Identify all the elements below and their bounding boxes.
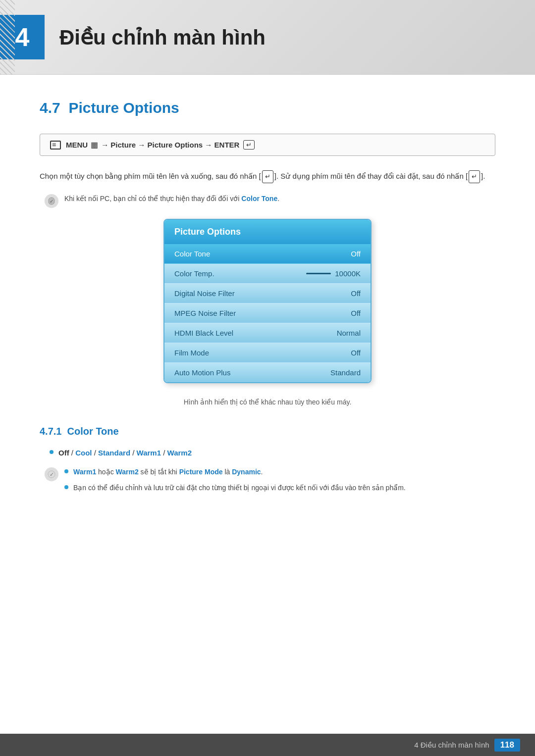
chapter-title: Điều chỉnh màn hình [59,25,266,50]
warm-note-text-1: Warm1 hoặc Warm2 sẽ bị tắt khi Picture M… [73,466,263,477]
row-label-mpeg-noise: MPEG Noise Filter [174,309,236,317]
warm1-bold: Warm1 [73,468,96,476]
option-warm2: Warm2 [167,449,192,457]
row-value-mpeg-noise: Off [351,309,361,317]
panel-title: Picture Options [174,227,241,237]
row-label-auto-motion: Auto Motion Plus [174,368,230,377]
warm-note-text-2: Bạn có thể điều chỉnh và lưu trữ cài đặt… [73,482,406,493]
panel-row-color-tone[interactable]: Color Tone Off [164,244,371,264]
footer-page-number: 118 [494,739,520,752]
svg-text:✓: ✓ [50,471,54,477]
row-value-color-tone: Off [351,250,361,258]
panel-row-auto-motion[interactable]: Auto Motion Plus Standard [164,363,371,382]
warm-note-2: Bạn có thể điều chỉnh và lưu trữ cài đặt… [64,482,406,493]
bullet-dot-warm2 [64,485,68,489]
option-warm1: Warm1 [137,449,161,457]
row-label-digital-noise: Digital Noise Filter [174,289,235,298]
enter-icon-inline-2: ↵ [469,170,480,183]
bullet-dot-1 [50,450,54,454]
menu-path-text: → Picture → Picture Options → ENTER [101,141,239,149]
menu-label: MENU [66,141,88,149]
color-tone-highlight: Color Tone [241,195,277,202]
svg-text:✓: ✓ [50,199,54,204]
panel-row-color-temp[interactable]: Color Temp. 10000K [164,264,371,284]
row-label-color-temp: Color Temp. [174,269,214,278]
chapter-number: 4 [15,22,30,52]
panel-row-film-mode[interactable]: Film Mode Off [164,343,371,363]
row-value-color-temp: 10000K [335,269,361,278]
picture-options-panel: Picture Options Color Tone Off Color Tem… [163,219,372,383]
option-standard: Standard [98,449,130,457]
warm2-bold: Warm2 [116,468,139,476]
panel-header: Picture Options [164,220,371,244]
option-cool: Cool [75,449,92,457]
color-options-list: Off / Cool / Standard / Warm1 / Warm2 [50,447,495,459]
section-title: 4.7 Picture Options [40,100,495,116]
picture-mode-bold: Picture Mode [179,468,223,476]
note-icon-warm: ✓ [45,467,58,481]
warm-notes-list: Warm1 hoặc Warm2 sẽ bị tắt khi Picture M… [64,466,406,494]
dynamic-bold: Dynamic [232,468,261,476]
panel-row-digital-noise[interactable]: Digital Noise Filter Off [164,284,371,303]
page-footer: 4 Điều chỉnh màn hình 118 [0,734,535,756]
note-block-warm: ✓ Warm1 hoặc Warm2 sẽ bị tắt khi Picture… [45,466,495,501]
note-block-1: ✓ Khi kết nối PC, bạn chỉ có thể thực hi… [45,193,495,208]
menu-path-bar: MENU ▦ → Picture → Picture Options → ENT… [40,134,495,156]
panel-row-mpeg-noise[interactable]: MPEG Noise Filter Off [164,303,371,323]
row-value-digital-noise: Off [351,289,361,298]
row-value-auto-motion: Standard [330,368,361,377]
row-label-hdmi-black: HDMI Black Level [174,329,233,337]
chapter-header: 4 Điều chỉnh màn hình [0,0,535,75]
note-warm-content: Warm1 hoặc Warm2 sẽ bị tắt khi Picture M… [64,466,406,501]
body-paragraph-1: Chọn một tùy chọn bằng phím mũi tên lên … [40,170,495,183]
row-value-hdmi-black: Normal [337,329,361,337]
subsection-title: 4.7.1 Color Tone [40,426,495,437]
row-value-film-mode: Off [351,349,361,357]
note-text-1: Khi kết nối PC, bạn chỉ có thể thực hiện… [64,193,279,204]
enter-icon: ↵ [243,140,255,150]
footer-chapter-text: 4 Điều chỉnh màn hình [414,741,489,750]
warm-note-1: Warm1 hoặc Warm2 sẽ bị tắt khi Picture M… [64,466,406,477]
note-icon-1: ✓ [45,194,58,208]
main-content: 4.7 Picture Options MENU ▦ → Picture → P… [0,75,535,756]
menu-icon [50,141,61,150]
bullet-dot-warm1 [64,469,68,473]
panel-caption: Hình ảnh hiển thị có thể khác nhau tùy t… [40,398,495,406]
row-label-color-tone: Color Tone [174,250,210,258]
enter-icon-inline-1: ↵ [262,170,273,183]
color-options-item: Off / Cool / Standard / Warm1 / Warm2 [50,447,495,459]
color-options-text: Off / Cool / Standard / Warm1 / Warm2 [58,447,192,459]
row-label-film-mode: Film Mode [174,349,209,357]
chapter-number-block: 4 [0,15,45,59]
option-off: Off [58,449,69,457]
color-temp-value: 10000K [306,269,361,278]
panel-row-hdmi-black[interactable]: HDMI Black Level Normal [164,323,371,343]
color-temp-line [306,273,331,274]
menu-grid-icon: ▦ [91,140,98,150]
